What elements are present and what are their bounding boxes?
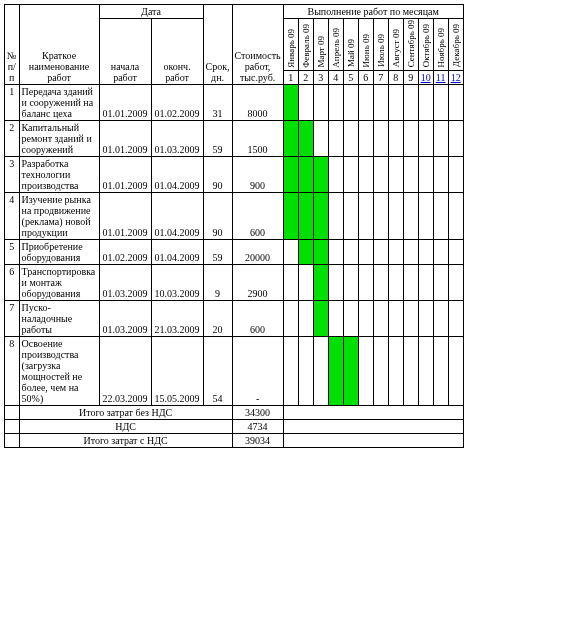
task-start-date: 22.03.2009 [99, 337, 151, 406]
col-name: Краткое наименование работ [19, 5, 99, 85]
month-num: 1 [283, 71, 298, 85]
gantt-cell [373, 85, 388, 121]
footer-value-vat: 4734 [232, 420, 283, 434]
gantt-cell [298, 265, 313, 301]
month-link[interactable]: 12 [451, 72, 461, 83]
gantt-cell [313, 85, 328, 121]
gantt-cell [388, 265, 403, 301]
task-name: Капитальный ремонт зданий и сооружений [19, 121, 99, 157]
task-end-date: 01.03.2009 [151, 121, 203, 157]
gantt-cell [433, 240, 448, 265]
gantt-cell [373, 157, 388, 193]
gantt-cell [343, 85, 358, 121]
task-name: Передача зданий и сооружений на баланс ц… [19, 85, 99, 121]
gantt-cell [298, 337, 313, 406]
gantt-cell [418, 85, 433, 121]
gantt-cell [298, 240, 313, 265]
gantt-cell [403, 301, 418, 337]
month-link[interactable]: 11 [436, 72, 446, 83]
month-num[interactable]: 12 [448, 71, 463, 85]
table-row: 8Освоение производства (загрузка мощност… [5, 337, 464, 406]
month-num[interactable]: 10 [418, 71, 433, 85]
task-cost: 600 [232, 301, 283, 337]
col-months-group: Выполнение работ по месяцам [283, 5, 463, 19]
task-start-date: 01.01.2009 [99, 157, 151, 193]
task-number: 6 [5, 265, 20, 301]
task-name: Транспортировка и монтаж оборудования [19, 265, 99, 301]
task-term: 54 [203, 337, 232, 406]
gantt-cell [433, 265, 448, 301]
gantt-cell [358, 193, 373, 240]
gantt-cell [418, 193, 433, 240]
gantt-cell [328, 193, 343, 240]
gantt-cell [418, 240, 433, 265]
gantt-cell [388, 85, 403, 121]
col-term: Срок, дн. [203, 5, 232, 85]
task-cost: 600 [232, 193, 283, 240]
task-end-date: 10.03.2009 [151, 265, 203, 301]
month-num: 5 [343, 71, 358, 85]
gantt-cell [343, 265, 358, 301]
task-number: 7 [5, 301, 20, 337]
month-header: Январь 09 [283, 19, 298, 71]
gantt-cell [448, 265, 463, 301]
month-num: 3 [313, 71, 328, 85]
month-header: Февраль 09 [298, 19, 313, 71]
month-header: Март 09 [313, 19, 328, 71]
col-date-group: Дата [99, 5, 203, 19]
task-name: Пуско-наладочные работы [19, 301, 99, 337]
month-header: Май 09 [343, 19, 358, 71]
month-num: 8 [388, 71, 403, 85]
gantt-cell [358, 85, 373, 121]
gantt-cell [283, 301, 298, 337]
footer-value-with-vat: 39034 [232, 434, 283, 448]
gantt-cell [313, 121, 328, 157]
gantt-cell [283, 265, 298, 301]
month-header: Сентябрь 09 [403, 19, 418, 71]
gantt-cell [418, 301, 433, 337]
task-cost: 900 [232, 157, 283, 193]
month-num[interactable]: 11 [433, 71, 448, 85]
month-header: Июль 09 [373, 19, 388, 71]
task-cost: 2900 [232, 265, 283, 301]
task-start-date: 01.03.2009 [99, 265, 151, 301]
task-name: Освоение производства (загрузка мощносте… [19, 337, 99, 406]
month-link[interactable]: 10 [421, 72, 431, 83]
task-number: 1 [5, 85, 20, 121]
gantt-cell [418, 157, 433, 193]
task-start-date: 01.01.2009 [99, 193, 151, 240]
gantt-cell [313, 240, 328, 265]
gantt-cell [358, 265, 373, 301]
footer-label-vat: НДС [19, 420, 232, 434]
gantt-cell [328, 157, 343, 193]
gantt-cell [433, 337, 448, 406]
month-header: Июнь 09 [358, 19, 373, 71]
gantt-cell [448, 121, 463, 157]
table-row: 1Передача зданий и сооружений на баланс … [5, 85, 464, 121]
footer-value-no-vat: 34300 [232, 406, 283, 420]
gantt-cell [343, 337, 358, 406]
table-row: 5Приобретение оборудования01.02.200901.0… [5, 240, 464, 265]
footer-label-with-vat: Итого затрат с НДС [19, 434, 232, 448]
gantt-cell [313, 265, 328, 301]
table-row: 3Разработка технологии производства01.01… [5, 157, 464, 193]
col-cost: Стоимость работ, тыс.руб. [232, 5, 283, 85]
gantt-cell [448, 337, 463, 406]
gantt-table: № п/п Краткое наименование работ Дата Ср… [4, 4, 464, 448]
gantt-cell [328, 337, 343, 406]
gantt-cell [448, 157, 463, 193]
gantt-cell [283, 157, 298, 193]
table-row: 6Транспортировка и монтаж оборудования01… [5, 265, 464, 301]
table-row: 7Пуско-наладочные работы01.03.200921.03.… [5, 301, 464, 337]
gantt-cell [328, 121, 343, 157]
task-number: 5 [5, 240, 20, 265]
task-number: 3 [5, 157, 20, 193]
gantt-cell [418, 337, 433, 406]
gantt-cell [283, 193, 298, 240]
gantt-cell [373, 337, 388, 406]
gantt-cell [373, 240, 388, 265]
task-number: 4 [5, 193, 20, 240]
task-start-date: 01.02.2009 [99, 240, 151, 265]
task-term: 59 [203, 121, 232, 157]
task-cost: 1500 [232, 121, 283, 157]
